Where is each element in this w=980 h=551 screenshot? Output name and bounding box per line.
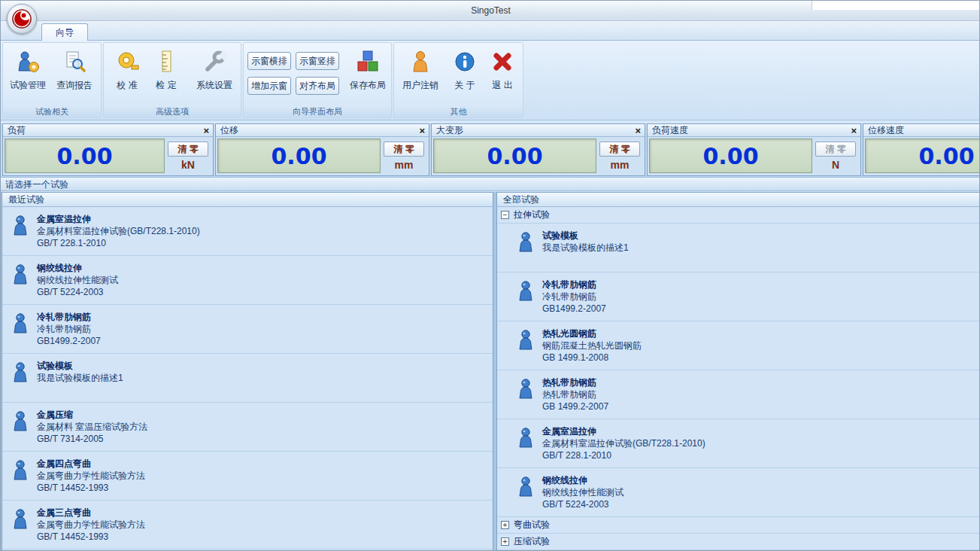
ribbon: 试验管理 查询报告 试验相关 [1, 41, 980, 120]
all-tests-panel: 全部试验 − 拉伸试验 试验模板 我是试验模板的描述1 冷轧带肋钢筋 冷轧带肋钢… [496, 192, 980, 551]
test-person-icon [517, 329, 535, 352]
test-list-item[interactable]: 热轧光圆钢筋 钢筋混凝土热轧光圆钢筋 GB 1499.1-2008 [497, 321, 979, 370]
test-standard: GB1499.2-2007 [542, 303, 973, 315]
test-list-item[interactable]: 冷轧带肋钢筋 冷轧带肋钢筋 GB1499.2-2007 [2, 305, 493, 354]
test-title: 试验模板 [37, 360, 487, 372]
recent-tests-panel: 最近试验 金属室温拉伸 金属材料室温拉伸试验(GB/T228.1-2010) G… [2, 192, 493, 551]
query-report-button[interactable]: 查询报告 [53, 46, 96, 106]
test-title: 金属室温拉伸 [542, 425, 973, 437]
meter-title: 位移速度 [868, 124, 904, 137]
test-list-item[interactable]: 金属室温拉伸 金属材料室温拉伸试验(GB/T228.1-2010) GB/T 2… [2, 207, 493, 256]
tape-measure-icon [114, 49, 140, 75]
titlebar-overlay [812, 1, 980, 10]
test-title: 金属三点弯曲 [37, 507, 487, 519]
windows-vertical-button[interactable]: 示窗竖排 [296, 52, 339, 70]
test-description: 我是试验模板的描述1 [37, 372, 487, 384]
group-label: 其他 [394, 106, 523, 117]
test-list-item[interactable]: 热轧带肋钢筋 热轧带肋钢筋 GB 1499.2-2007 [497, 370, 979, 419]
ribbon-group-other: 用户注销 关 于 退 出 其他 [393, 42, 523, 118]
test-list-item[interactable]: 金属三点弯曲 金属弯曲力学性能试验方法 GB/T 14452-1993 [2, 501, 493, 549]
test-list-item[interactable]: 金属室温拉伸 金属材料室温拉伸试验(GB/T228.1-2010) GB/T 2… [497, 419, 979, 468]
meter-displacement: 位移 × 0.00 清 零 mm [215, 123, 429, 176]
test-standard: GB/T 7314-2005 [37, 433, 487, 445]
meter-displacement-speed: 位移速度 × 0.00 [863, 123, 980, 176]
test-standard: GB/T 5224-2003 [37, 286, 487, 298]
app-logo-button[interactable] [7, 4, 37, 34]
test-title: 热轧带肋钢筋 [542, 376, 973, 388]
meter-unit: N [832, 159, 839, 171]
test-person-icon [517, 280, 535, 303]
add-window-button[interactable]: 增加示窗 [247, 77, 291, 95]
windows-horizontal-button[interactable]: 示窗横排 [247, 52, 291, 70]
test-description: 钢绞线拉伸性能测试 [37, 274, 487, 286]
verification-button[interactable]: 检 定 [147, 46, 185, 106]
select-test-prompt: 请选择一个试验 [1, 177, 980, 191]
button-label: 系统设置 [196, 80, 232, 90]
close-icon[interactable]: × [419, 126, 425, 135]
meter-value: 0.00 [865, 139, 980, 173]
test-standard: GB 1499.2-2007 [542, 400, 973, 412]
test-description: 金属材料室温拉伸试验(GB/T228.1-2010) [37, 225, 487, 237]
button-label: 关 于 [454, 80, 475, 90]
test-description: 冷轧带肋钢筋 [37, 323, 487, 335]
test-standard: GB/T 14452-1993 [37, 531, 487, 543]
tree-toggle-icon[interactable]: + [501, 537, 509, 546]
meter-title: 负荷 [8, 124, 26, 137]
test-person-icon [11, 361, 29, 384]
test-list-item[interactable]: 试验模板 我是试验模板的描述1 [497, 224, 979, 272]
tree-group-row[interactable]: + 弯曲试验 [497, 517, 979, 534]
close-icon[interactable]: × [203, 126, 209, 135]
align-layout-button[interactable]: 对齐布局 [296, 77, 339, 95]
zero-button: 清 零 [815, 142, 856, 157]
test-title: 钢绞线拉伸 [542, 474, 973, 486]
test-description: 金属材料 室温压缩试验方法 [37, 421, 487, 433]
test-list-item[interactable]: 钢绞线拉伸 钢绞线拉伸性能测试 GB/T 5224-2003 [497, 468, 979, 517]
calibration-button[interactable]: 校 准 [108, 46, 146, 106]
layout-small-buttons: 示窗横排 示窗竖排 增加示窗 对齐布局 [247, 52, 339, 95]
test-lists: 最近试验 金属室温拉伸 金属材料室温拉伸试验(GB/T228.1-2010) G… [1, 192, 980, 551]
test-management-icon [15, 49, 41, 75]
button-label: 退 出 [492, 80, 512, 90]
system-settings-button[interactable]: 系统设置 [193, 46, 236, 106]
test-list-item[interactable]: 金属四点弯曲 金属弯曲力学性能试验方法 GB/T 14452-1993 [2, 452, 493, 501]
test-description: 钢绞线拉伸性能测试 [542, 486, 973, 498]
tree-group-row[interactable]: + 压缩试验 [497, 534, 979, 550]
zero-button[interactable]: 清 零 [599, 142, 640, 157]
test-description: 冷轧带肋钢筋 [542, 291, 973, 303]
test-person-icon [517, 378, 535, 400]
tree-toggle-icon[interactable]: + [501, 521, 509, 529]
ribbon-tab-row: 向导 [1, 21, 980, 41]
meter-header: 负荷 × [3, 124, 213, 137]
app-window: SingoTest 向导 试验管理 [0, 0, 980, 551]
tree-toggle-icon[interactable]: − [501, 211, 509, 219]
tree-group-row[interactable]: − 拉伸试验 [497, 207, 979, 224]
test-list-item[interactable]: 试验模板 我是试验模板的描述1 [2, 354, 493, 403]
meter-row: 负荷 × 0.00 清 零 kN 位移 × 0.00 清 零 mm [1, 123, 980, 177]
close-icon[interactable]: × [635, 126, 641, 135]
test-management-button[interactable]: 试验管理 [6, 46, 50, 106]
meter-header: 负荷速度 × [648, 124, 860, 137]
user-icon [408, 49, 433, 75]
tab-wizard[interactable]: 向导 [41, 23, 88, 41]
test-list-item[interactable]: 金属压缩 金属材料 室温压缩试验方法 GB/T 7314-2005 [2, 403, 493, 452]
close-icon[interactable]: × [851, 126, 857, 135]
meter-title: 大变形 [436, 124, 463, 137]
test-title: 钢绞线拉伸 [37, 262, 487, 274]
ribbon-group-advanced: 校 准 检 定 系统设置 [103, 42, 241, 118]
test-person-icon [11, 459, 29, 482]
test-title: 金属压缩 [37, 409, 487, 421]
save-layout-button[interactable]: 保存布局 [346, 46, 390, 106]
exit-button[interactable]: 退 出 [484, 46, 520, 106]
test-person-icon [517, 427, 535, 449]
meter-title: 位移 [220, 124, 238, 137]
test-list-item[interactable]: 冷轧带肋钢筋 冷轧带肋钢筋 GB1499.2-2007 [497, 272, 979, 321]
about-button[interactable]: 关 于 [447, 46, 483, 106]
test-list-item[interactable]: 钢绞线拉伸 钢绞线拉伸性能测试 GB/T 5224-2003 [2, 256, 493, 305]
meter-load: 负荷 × 0.00 清 零 kN [2, 123, 214, 176]
zero-button[interactable]: 清 零 [384, 142, 424, 157]
test-person-icon [11, 215, 29, 237]
user-logout-button[interactable]: 用户注销 [399, 46, 442, 106]
meter-value: 0.00 [217, 139, 381, 173]
zero-button[interactable]: 清 零 [168, 142, 208, 157]
test-description: 钢筋混凝土热轧光圆钢筋 [542, 339, 973, 352]
